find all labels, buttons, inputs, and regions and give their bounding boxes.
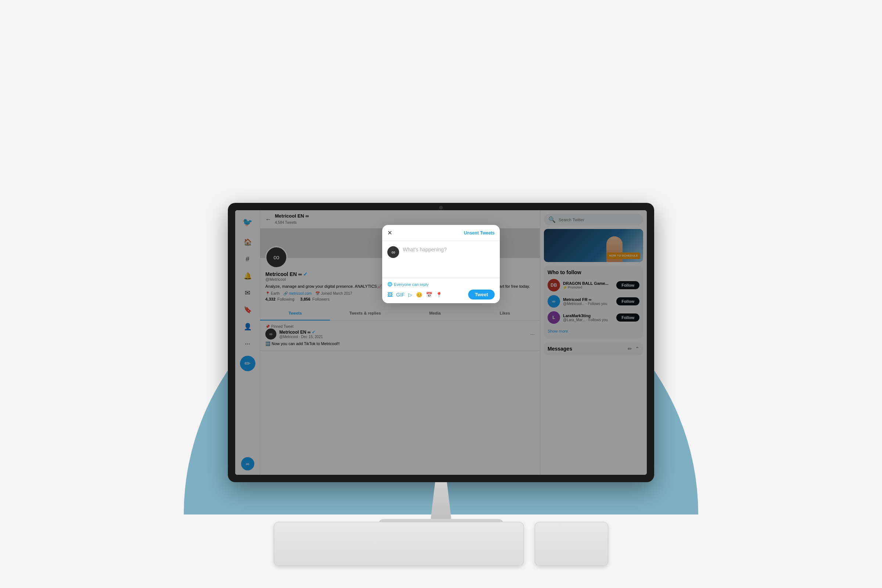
tweet-submit-button[interactable]: Tweet xyxy=(468,290,495,300)
modal-user-avatar: ∞ xyxy=(387,246,399,258)
modal-input-area[interactable]: What's happening? xyxy=(403,246,495,273)
emoji-icon[interactable]: 😊 xyxy=(416,292,422,298)
everyone-reply-option[interactable]: 🌐 Everyone can reply xyxy=(387,282,495,286)
modal-overlay[interactable]: ✕ Unsent Tweets ∞ What's happening? xyxy=(235,210,647,475)
globe-icon: 🌐 xyxy=(387,282,393,286)
image-icon[interactable]: 🖼 xyxy=(387,292,393,298)
location-icon[interactable]: 📍 xyxy=(436,292,442,298)
imac-neck xyxy=(426,482,456,519)
keyboard-area xyxy=(274,522,608,566)
imac-screen: 🐦 🏠 # 🔔 ✉ 🔖 👤 xyxy=(235,210,647,475)
imac-computer: 🐦 🏠 # 🔔 ✉ 🔖 👤 xyxy=(228,203,654,529)
video-icon[interactable]: ▷ xyxy=(408,292,412,298)
trackpad xyxy=(535,522,608,566)
imac-camera xyxy=(439,206,443,210)
modal-actions: 🖼 GIF ▷ 😊 📅 📍 Tweet xyxy=(387,290,495,300)
schedule-icon[interactable]: 📅 xyxy=(426,292,432,298)
modal-media-icons: 🖼 GIF ▷ 😊 📅 📍 xyxy=(387,292,442,298)
tweet-input-placeholder[interactable]: What's happening? xyxy=(403,247,447,252)
scene: 🐦 🏠 # 🔔 ✉ 🔖 👤 xyxy=(0,0,882,588)
modal-close-button[interactable]: ✕ xyxy=(387,230,392,236)
modal-body: ∞ What's happening? xyxy=(382,241,500,278)
twitter-app: 🐦 🏠 # 🔔 ✉ 🔖 👤 xyxy=(235,210,647,475)
keyboard xyxy=(274,522,524,566)
gif-icon[interactable]: GIF xyxy=(396,292,405,298)
modal-header: ✕ Unsent Tweets xyxy=(382,225,500,241)
tweet-compose-modal: ✕ Unsent Tweets ∞ What's happening? xyxy=(382,225,500,303)
unsent-tweets-link[interactable]: Unsent Tweets xyxy=(464,230,495,236)
imac-screen-frame: 🐦 🏠 # 🔔 ✉ 🔖 👤 xyxy=(228,203,654,482)
modal-footer: 🌐 Everyone can reply 🖼 GIF ▷ 😊 xyxy=(382,278,500,303)
